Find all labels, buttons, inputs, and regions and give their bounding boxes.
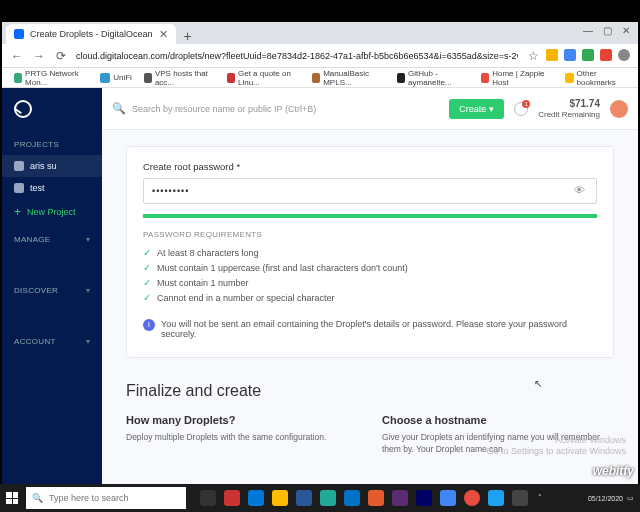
taskbar-app[interactable] bbox=[220, 484, 244, 512]
extension-icon[interactable] bbox=[546, 49, 558, 61]
bookmark-item[interactable]: Get a quote on Linu... bbox=[223, 69, 304, 87]
check-icon: ✓ bbox=[143, 262, 151, 273]
notification-badge: 1 bbox=[522, 100, 530, 108]
digitalocean-logo[interactable] bbox=[2, 88, 102, 130]
new-tab-button[interactable]: + bbox=[176, 28, 200, 44]
digitalocean-favicon bbox=[14, 29, 24, 39]
tray-icon[interactable] bbox=[546, 493, 556, 503]
info-icon: i bbox=[143, 319, 155, 331]
extension-icons: ☆ bbox=[526, 49, 630, 63]
requirements-list: ✓At least 8 characters long ✓Must contai… bbox=[143, 245, 597, 305]
info-notice: i You will not be sent an email containi… bbox=[143, 319, 597, 339]
taskbar-date[interactable]: 05/12/2020 bbox=[588, 495, 623, 502]
toggle-visibility-icon[interactable]: 👁 bbox=[574, 184, 588, 198]
other-bookmarks[interactable]: Other bookmarks bbox=[561, 69, 630, 87]
sidebar-project-test[interactable]: test bbox=[2, 177, 102, 199]
extension-icon[interactable] bbox=[600, 49, 612, 61]
sidebar: PROJECTS aris su test +New Project MANAG… bbox=[2, 88, 102, 512]
back-button[interactable]: ← bbox=[10, 49, 24, 63]
taskbar-app[interactable] bbox=[364, 484, 388, 512]
taskbar-app[interactable] bbox=[196, 484, 220, 512]
droplet-count-desc: Deploy multiple Droplets with the same c… bbox=[126, 432, 358, 444]
taskbar-app[interactable] bbox=[340, 484, 364, 512]
user-avatar[interactable] bbox=[610, 100, 628, 118]
sidebar-heading-manage[interactable]: MANAGE bbox=[2, 225, 102, 250]
search-input[interactable]: 🔍 Search by resource name or public IP (… bbox=[112, 102, 439, 115]
taskbar-app[interactable] bbox=[268, 484, 292, 512]
sidebar-heading-projects: PROJECTS bbox=[2, 130, 102, 155]
start-button[interactable] bbox=[0, 484, 24, 512]
sidebar-heading-account[interactable]: ACCOUNT bbox=[2, 327, 102, 352]
credit-remaining: $71.74 Credit Remaining bbox=[538, 98, 600, 120]
tray-icon[interactable] bbox=[560, 493, 570, 503]
browser-tab[interactable]: Create Droplets - DigitalOcean ✕ bbox=[6, 24, 176, 44]
extension-icon[interactable] bbox=[564, 49, 576, 61]
taskbar-app[interactable] bbox=[388, 484, 412, 512]
requirement-item: ✓Must contain 1 number bbox=[143, 275, 597, 290]
forward-button[interactable]: → bbox=[32, 49, 46, 63]
requirement-item: ✓At least 8 characters long bbox=[143, 245, 597, 260]
tray-icon[interactable] bbox=[574, 493, 584, 503]
url-field[interactable]: cloud.digitalocean.com/droplets/new?flee… bbox=[76, 51, 518, 61]
video-watermark: webitfy bbox=[593, 464, 634, 478]
password-input[interactable]: ••••••••• 👁 bbox=[143, 178, 597, 204]
taskbar-app[interactable] bbox=[508, 484, 532, 512]
taskbar-app[interactable] bbox=[460, 484, 484, 512]
notification-center-icon[interactable]: ▭ bbox=[627, 494, 634, 502]
bookmark-item[interactable]: UniFi bbox=[96, 73, 136, 83]
check-icon: ✓ bbox=[143, 247, 151, 258]
new-project-button[interactable]: +New Project bbox=[2, 199, 102, 225]
extension-icon[interactable] bbox=[582, 49, 594, 61]
sidebar-project-arissu[interactable]: aris su bbox=[2, 155, 102, 177]
sidebar-heading-discover[interactable]: DISCOVER bbox=[2, 276, 102, 301]
window-maximize[interactable]: ▢ bbox=[603, 25, 612, 36]
bookmark-item[interactable]: VPS hosts that acc... bbox=[140, 69, 219, 87]
search-icon: 🔍 bbox=[112, 102, 126, 115]
requirement-item: ✓Must contain 1 uppercase (first and las… bbox=[143, 260, 597, 275]
window-minimize[interactable]: — bbox=[583, 25, 593, 36]
taskbar-app[interactable] bbox=[436, 484, 460, 512]
password-value: ••••••••• bbox=[152, 186, 189, 196]
reload-button[interactable]: ⟳ bbox=[54, 49, 68, 63]
requirement-item: ✓Cannot end in a number or special chara… bbox=[143, 290, 597, 305]
search-icon: 🔍 bbox=[32, 493, 43, 503]
droplet-count-heading: How many Droplets? bbox=[126, 414, 358, 426]
finalize-heading: Finalize and create bbox=[126, 382, 614, 400]
create-button[interactable]: Create▾ bbox=[449, 99, 504, 119]
password-card: Create root password * ••••••••• 👁 PASSW… bbox=[126, 146, 614, 358]
bookmark-item[interactable]: PRTG Network Mon... bbox=[10, 69, 92, 87]
address-bar: ← → ⟳ cloud.digitalocean.com/droplets/ne… bbox=[2, 44, 638, 68]
password-label: Create root password * bbox=[143, 161, 597, 172]
taskbar-search[interactable]: 🔍Type here to search bbox=[26, 487, 186, 509]
taskbar-app[interactable] bbox=[484, 484, 508, 512]
notifications-icon[interactable]: 1 bbox=[514, 102, 528, 116]
close-tab-icon[interactable]: ✕ bbox=[159, 28, 168, 41]
requirements-heading: PASSWORD REQUIREMENTS bbox=[143, 230, 597, 239]
activate-windows-watermark: Activate Windows Go to Settings to activ… bbox=[486, 435, 626, 458]
bookmark-item[interactable]: ManualBasic MPLS... bbox=[308, 69, 389, 87]
check-icon: ✓ bbox=[143, 292, 151, 303]
chevron-down-icon: ▾ bbox=[489, 104, 494, 114]
topbar: 🔍 Search by resource name or public IP (… bbox=[102, 88, 638, 130]
check-icon: ✓ bbox=[143, 277, 151, 288]
taskbar-app[interactable] bbox=[292, 484, 316, 512]
taskbar-app[interactable] bbox=[412, 484, 436, 512]
profile-icon[interactable] bbox=[618, 49, 630, 61]
system-tray[interactable]: ˄ 05/12/2020 ▭ bbox=[532, 493, 640, 503]
windows-taskbar: 🔍Type here to search ˄ 05/12/2020 ▭ bbox=[0, 484, 640, 512]
bookmarks-bar: PRTG Network Mon... UniFi VPS hosts that… bbox=[2, 68, 638, 88]
browser-tabbar: Create Droplets - DigitalOcean ✕ + bbox=[2, 22, 638, 44]
tab-title: Create Droplets - DigitalOcean bbox=[30, 29, 153, 39]
bookmark-item[interactable]: GitHub - aymanelte... bbox=[393, 69, 473, 87]
hostname-heading: Choose a hostname bbox=[382, 414, 614, 426]
taskbar-app[interactable] bbox=[316, 484, 340, 512]
taskbar-app[interactable] bbox=[244, 484, 268, 512]
bookmark-item[interactable]: Home | Zapple Host bbox=[477, 69, 553, 87]
tray-chevron-icon[interactable]: ˄ bbox=[538, 494, 542, 502]
password-strength-bar bbox=[143, 214, 597, 218]
star-icon[interactable]: ☆ bbox=[526, 49, 540, 63]
window-close[interactable]: ✕ bbox=[622, 25, 630, 36]
